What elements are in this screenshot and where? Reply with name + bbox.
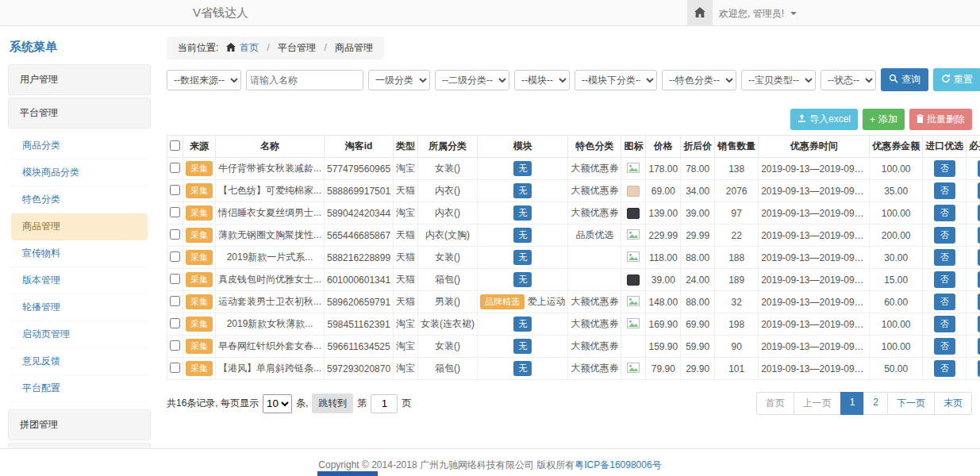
module-badge: 无 <box>513 183 532 198</box>
sidebar-item[interactable]: 特色分类 <box>11 186 148 213</box>
per-page-select[interactable]: 10 <box>263 394 292 413</box>
filter-select-status[interactable]: --状态-- <box>821 70 876 90</box>
import-excel-button[interactable]: 导入excel <box>790 109 858 130</box>
icon-cell <box>621 269 646 291</box>
filter-select-special-category[interactable]: --特色分类-- <box>662 70 736 90</box>
must-buy-toggle[interactable]: 否 <box>978 316 980 332</box>
module-text: 爱上运动 <box>527 296 565 307</box>
next-page-button[interactable]: 下一页 <box>887 392 935 415</box>
product-name: 2019新款女秋薄款... <box>216 313 325 336</box>
select-all-checkbox[interactable] <box>170 140 180 151</box>
row-select-cell <box>167 247 183 269</box>
product-type: 淘宝 <box>394 336 418 358</box>
must-buy-toggle[interactable]: 否 <box>978 205 980 221</box>
batch-delete-button[interactable]: 批量删除 <box>909 109 972 130</box>
import-select-cell: 否 <box>923 247 967 269</box>
pagination-summary: 共16条记录, 每页显示 10 条, 跳转到 第 页 <box>167 393 411 413</box>
filter-select-data-source[interactable]: --数据来源-- <box>167 70 241 90</box>
filter-select-module-subcategory[interactable]: --模块下分类-- <box>575 70 657 90</box>
import-select-toggle[interactable]: 否 <box>934 205 955 221</box>
sidebar-item[interactable]: 宣传物料 <box>11 240 148 267</box>
breadcrumb-home-link[interactable]: 首页 <box>240 42 259 53</box>
row-checkbox[interactable] <box>170 318 180 328</box>
must-buy-cell: 否 <box>967 180 980 202</box>
sidebar-item[interactable]: 版本管理 <box>11 267 148 294</box>
product-type: 天猫 <box>394 247 418 269</box>
home-button[interactable] <box>687 0 713 26</box>
must-buy-toggle[interactable]: 否 <box>978 271 980 288</box>
must-buy-toggle[interactable]: 否 <box>978 294 980 310</box>
must-buy-toggle[interactable]: 否 <box>978 338 980 355</box>
row-checkbox[interactable] <box>170 296 180 306</box>
sidebar-item[interactable]: 意见反馈 <box>11 348 148 375</box>
sidebar-item[interactable]: 商品分类 <box>11 132 148 159</box>
sidebar-group[interactable]: 拼团管理 <box>8 409 151 440</box>
filter-select-level1-category[interactable]: 一级分类 <box>368 70 430 90</box>
name-search-input[interactable] <box>246 70 363 90</box>
import-select-toggle[interactable]: 否 <box>934 227 955 244</box>
icp-link[interactable]: 粤ICP备16098006号 <box>575 459 661 470</box>
taoke-id: 597293020870 <box>325 358 394 380</box>
must-buy-toggle[interactable]: 否 <box>978 182 980 199</box>
sidebar-item[interactable]: 轮播管理 <box>11 294 148 321</box>
prev-page-button[interactable]: 上一页 <box>794 392 841 415</box>
category: 箱包() <box>418 269 478 291</box>
module-cell: 无 <box>478 313 568 336</box>
sidebar-group[interactable]: 平台管理 <box>8 98 151 129</box>
search-button[interactable]: 查询 <box>881 68 928 91</box>
last-page-button[interactable]: 末页 <box>934 392 972 415</box>
column-header: 类型 <box>394 136 418 158</box>
row-checkbox[interactable] <box>170 274 180 284</box>
must-buy-toggle[interactable]: 否 <box>978 227 980 244</box>
page-number-button[interactable]: 1 <box>840 392 865 415</box>
must-buy-toggle[interactable]: 否 <box>978 160 980 177</box>
row-checkbox[interactable] <box>170 340 180 351</box>
import-select-toggle[interactable]: 否 <box>934 160 955 177</box>
row-checkbox[interactable] <box>170 251 180 262</box>
row-checkbox[interactable] <box>170 363 180 373</box>
coupon-time: 2019-09-13—2019-09-17 <box>759 313 870 336</box>
filter-select-item-type[interactable]: --宝贝类型-- <box>741 70 816 90</box>
row-checkbox[interactable] <box>170 229 180 240</box>
page-number-button[interactable]: 2 <box>863 392 888 415</box>
sidebar-group[interactable]: 用户管理 <box>8 64 151 95</box>
app-title: V省钱达人 <box>193 6 248 21</box>
module-badge: 无 <box>513 250 532 265</box>
import-select-cell: 否 <box>923 358 967 380</box>
filter-select-module[interactable]: --模块-- <box>514 70 570 90</box>
broken-image-icon <box>627 320 640 331</box>
sidebar-group[interactable]: 省惠快报 <box>8 443 151 448</box>
must-buy-cell: 否 <box>967 225 980 247</box>
must-buy-toggle[interactable]: 否 <box>978 360 980 377</box>
row-checkbox[interactable] <box>170 185 180 195</box>
discount-price: 69.90 <box>681 313 715 336</box>
jump-button[interactable]: 跳转到 <box>312 393 353 413</box>
reset-button[interactable]: 重置 <box>933 68 980 91</box>
row-checkbox[interactable] <box>170 207 180 217</box>
row-checkbox[interactable] <box>170 163 180 173</box>
import-select-toggle[interactable]: 否 <box>934 249 955 266</box>
discount-price: 29.99 <box>681 225 715 247</box>
page-number-input[interactable] <box>371 394 398 413</box>
broken-image-icon <box>627 164 640 175</box>
column-header: 名称 <box>216 136 325 158</box>
icon-cell <box>621 358 646 380</box>
import-select-toggle[interactable]: 否 <box>934 271 955 288</box>
filter-select-level2-category[interactable]: --二级分类-- <box>435 70 509 90</box>
sidebar-item[interactable]: 商品管理 <box>11 213 148 240</box>
import-select-toggle[interactable]: 否 <box>934 338 955 355</box>
price: 178.00 <box>646 158 681 180</box>
import-select-toggle[interactable]: 否 <box>934 360 955 377</box>
module-badge: 无 <box>513 361 532 376</box>
first-page-button[interactable]: 首页 <box>756 392 794 415</box>
must-buy-toggle[interactable]: 否 <box>978 249 980 266</box>
add-button[interactable]: +添加 <box>863 109 905 130</box>
import-select-toggle[interactable]: 否 <box>934 182 955 199</box>
user-menu[interactable]: 欢迎您, 管理员! <box>719 7 797 21</box>
sidebar-item[interactable]: 启动页管理 <box>11 321 148 348</box>
row-select-cell <box>167 180 183 202</box>
sidebar-item[interactable]: 平台配置 <box>11 375 148 402</box>
sidebar-item[interactable]: 模块商品分类 <box>11 159 148 186</box>
import-select-toggle[interactable]: 否 <box>934 316 955 332</box>
import-select-toggle[interactable]: 否 <box>934 294 955 310</box>
